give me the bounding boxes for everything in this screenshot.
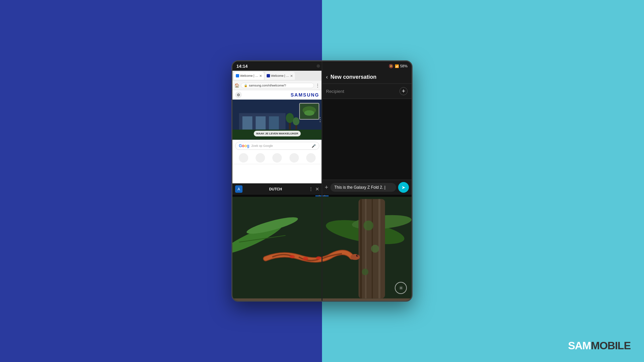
svg-point-31 [351, 254, 360, 260]
battery-icon: 58% [400, 64, 408, 68]
lock-icon: 🔒 [244, 84, 248, 87]
shortcut-icon-2[interactable] [256, 153, 265, 163]
split-handle [319, 195, 325, 196]
svg-point-10 [293, 117, 300, 125]
svg-point-33 [357, 255, 358, 256]
camera-dot [317, 64, 320, 68]
compass-icon[interactable]: ✳ [395, 282, 407, 294]
send-button[interactable]: ➤ [398, 182, 409, 193]
svg-point-8 [286, 113, 294, 123]
divider-pill [315, 195, 329, 196]
search-mic-icon[interactable]: 🎤 [312, 144, 316, 148]
attach-button[interactable]: + [325, 184, 328, 191]
svg-point-13 [304, 110, 314, 116]
url-bar[interactable]: 🔒 samsung.com/nl/welcome/? [241, 83, 314, 88]
sammobile-watermark: SAMMOBILE [568, 340, 631, 352]
search-placeholder-text: Zoek op Google [251, 144, 310, 147]
browser-content: ⚙ SAMSUNG [232, 90, 322, 183]
tab-favicon-1 [236, 74, 239, 77]
language-label: DUTCH [245, 187, 307, 191]
messaging-panel: ‹ New conversation Recipient + + ➤ [322, 71, 412, 195]
status-icons: 🔕 📶 58% [389, 64, 408, 68]
nature-background-svg [232, 197, 412, 301]
tab-label-2: Welcome | Sams [271, 74, 289, 77]
bottom-bar-close-icon[interactable]: ✕ [315, 186, 319, 192]
tab-label-1: Welcome | Sams [240, 74, 258, 77]
conversation-area [322, 99, 412, 180]
samsung-logo: SAMSUNG [290, 92, 319, 98]
camera-area [317, 64, 320, 68]
svg-rect-21 [360, 199, 362, 299]
send-icon: ➤ [401, 185, 406, 190]
browser-tabs: Welcome | Sams ✕ Welcome | Sams ✕ [232, 71, 322, 81]
svg-point-26 [371, 245, 379, 253]
shortcuts-row [232, 152, 322, 164]
svg-point-29 [303, 257, 308, 260]
hero-banner: MAAK JE LEVEN MAKKELIJKER [232, 100, 322, 140]
message-title: New conversation [330, 74, 408, 80]
translator-icon: A [235, 185, 243, 193]
fold-divider [232, 195, 412, 197]
thumbnail-svg [300, 104, 319, 119]
url-text: samsung.com/nl/welcome/? [249, 84, 286, 87]
message-input[interactable] [330, 183, 396, 192]
recipient-row: Recipient + [322, 84, 412, 99]
hero-text: MAAK JE LEVEN MAKKELIJKER [254, 131, 301, 136]
shortcut-icon-5[interactable] [306, 153, 316, 163]
bottom-bar-more-icon[interactable]: ⋮ [309, 186, 313, 192]
svg-rect-3 [256, 116, 266, 130]
home-icon[interactable]: 🏠 [234, 83, 239, 88]
svg-rect-2 [243, 116, 253, 130]
samsung-header: ⚙ SAMSUNG [232, 90, 322, 100]
add-recipient-button[interactable]: + [399, 87, 408, 95]
settings-icon[interactable]: ⚙ [235, 92, 242, 98]
shortcut-icon-3[interactable] [272, 153, 282, 163]
tab-close-2[interactable]: ✕ [290, 74, 293, 78]
google-logo: Goog [239, 143, 249, 148]
svg-point-27 [362, 268, 369, 275]
mute-icon: 🔕 [389, 64, 393, 68]
split-screen-top: Welcome | Sams ✕ Welcome | Sams ✕ 🏠 🔒 sa… [232, 71, 412, 195]
wifi-icon: 📶 [395, 64, 399, 68]
status-time: 14:14 [236, 64, 248, 69]
google-search-bar[interactable]: Goog Zoek op Google 🎤 [235, 142, 319, 150]
shortcut-icon-1[interactable] [239, 153, 248, 163]
browser-tab-2[interactable]: Welcome | Sams ✕ [265, 72, 295, 80]
svg-point-30 [316, 256, 321, 260]
thumbnail-dots [320, 117, 321, 122]
browser-menu-icon[interactable]: ⋮ [315, 83, 320, 88]
thumbnail-overlay [299, 103, 319, 120]
tab-favicon-2 [267, 74, 270, 77]
message-header: ‹ New conversation [322, 71, 412, 84]
translator-bar: A DUTCH ⋮ ✕ [232, 183, 322, 195]
message-input-area: + ➤ [322, 180, 412, 195]
recipient-label: Recipient [326, 89, 397, 94]
shortcut-icon-4[interactable] [289, 153, 299, 163]
address-bar: 🏠 🔒 samsung.com/nl/welcome/? ⋮ [232, 81, 322, 90]
status-bar: 14:14 🔕 📶 58% [232, 61, 412, 71]
phone-device: 14:14 🔕 📶 58% Welcome | Sams ✕ Welcome [231, 60, 413, 302]
svg-rect-4 [269, 116, 279, 130]
browser-panel: Welcome | Sams ✕ Welcome | Sams ✕ 🏠 🔒 sa… [232, 71, 322, 195]
wallpaper-bottom: ✳ [232, 197, 412, 301]
browser-tab-1[interactable]: Welcome | Sams ✕ [234, 72, 264, 80]
tab-close-1[interactable]: ✕ [259, 74, 262, 78]
back-button[interactable]: ‹ [326, 74, 328, 80]
svg-rect-22 [365, 199, 367, 299]
svg-point-28 [289, 255, 295, 258]
svg-point-25 [364, 221, 374, 231]
